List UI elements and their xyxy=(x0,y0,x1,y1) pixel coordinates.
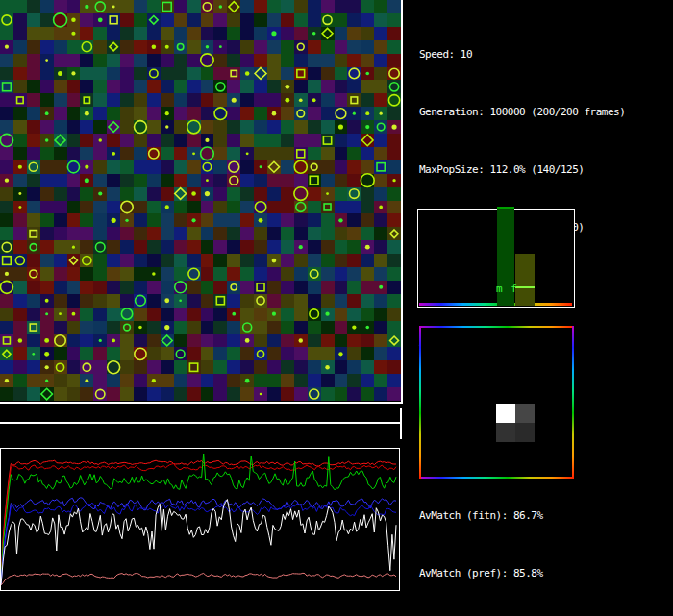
stat-avmatch-pref: AvMatch (pref): 85.8% xyxy=(419,564,625,583)
match-cell-0-0 xyxy=(496,404,515,423)
frame-progress-track xyxy=(0,422,402,424)
match-cell-1-0 xyxy=(496,423,515,442)
stat-avmatch-fitn: AvMatch (fitn): 86.7% xyxy=(419,506,625,526)
map-border-left xyxy=(419,326,421,479)
stat-generation: Generation: 100000 (200/200 frames) xyxy=(419,103,625,122)
simulation-window: Speed: 10 Generation: 100000 (200/200 fr… xyxy=(0,0,673,616)
frame-progress-marker xyxy=(400,408,402,439)
series-blue-lower xyxy=(1,503,396,585)
sex-histogram-label: m f xyxy=(496,283,518,295)
series-green xyxy=(1,454,396,585)
match-density-blob xyxy=(496,404,535,442)
female-bar xyxy=(515,254,535,306)
stat-maxpopsize: MaxPopSize: 112.0% (140/125) xyxy=(419,160,625,180)
sex-histogram-color-strip xyxy=(419,303,572,307)
map-border-bottom xyxy=(419,477,574,479)
timeseries-panel xyxy=(0,448,400,591)
series-white xyxy=(1,500,396,585)
male-bar-cap xyxy=(497,207,514,209)
map-border-right xyxy=(572,326,574,479)
series-salmon xyxy=(1,573,396,585)
map-border-top xyxy=(419,326,574,328)
match-cell-0-1 xyxy=(515,404,535,423)
female-level-marker xyxy=(515,286,535,288)
series-blue-upper xyxy=(1,498,396,585)
world-border-right xyxy=(401,0,403,404)
world-border-bottom xyxy=(0,402,403,404)
world-grid xyxy=(0,0,401,402)
stat-speed: Speed: 10 xyxy=(419,45,625,64)
timeseries-chart xyxy=(1,449,397,588)
stats-panel: Speed: 10 Generation: 100000 (200/200 fr… xyxy=(419,7,625,616)
preference-map-panel xyxy=(419,326,574,479)
match-cell-1-1 xyxy=(515,423,535,442)
